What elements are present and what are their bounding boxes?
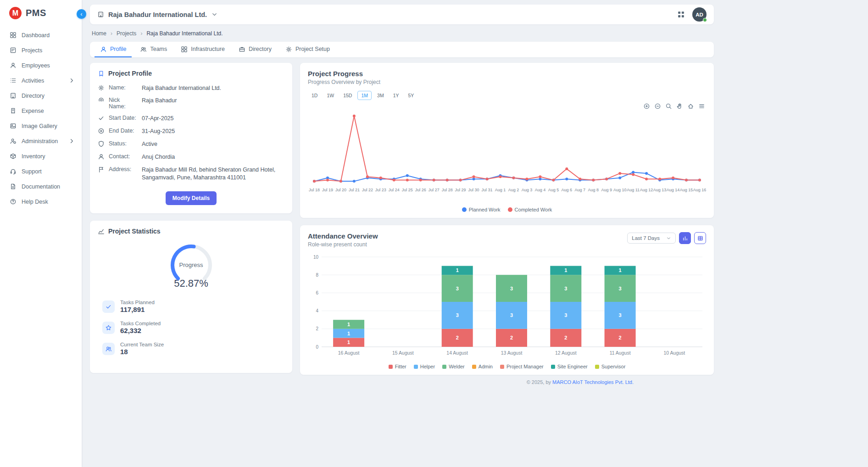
field-value: Raja Bahadur (142, 97, 284, 105)
grid-icon (181, 46, 188, 53)
range-1m-button[interactable]: 1M (357, 91, 372, 100)
user-icon (98, 153, 105, 160)
zoom-selection-icon[interactable] (665, 103, 672, 110)
svg-text:Aug 14: Aug 14 (667, 188, 680, 192)
company-selector[interactable]: Raja Bahadur International Ltd. (97, 11, 218, 18)
legend-item[interactable]: Site Engineer (551, 364, 588, 369)
topbar-actions: AD (677, 7, 707, 22)
field-end-date: End Date: 31-Aug-2025 (98, 125, 284, 138)
chart-title: Project Progress (308, 70, 706, 78)
attendance-controls: Last 7 Days (627, 232, 706, 244)
sidebar-item-expense[interactable]: Expense (0, 103, 82, 118)
sidebar-item-label: Administration (22, 138, 58, 145)
pan-icon[interactable] (676, 103, 683, 110)
line-chart[interactable]: Jul 18Jul 19Jul 20Jul 21Jul 22Jul 23Jul … (308, 102, 706, 206)
sidebar-item-support[interactable]: Support (0, 164, 82, 179)
tab-directory[interactable]: Directory (233, 42, 277, 57)
chevron-right-icon (68, 138, 75, 145)
breadcrumb-projects[interactable]: Projects (117, 30, 136, 37)
stat-tasks-completed: Tasks Completed 62,332 (102, 321, 284, 334)
breadcrumb-home[interactable]: Home (92, 30, 106, 37)
sidebar-item-help-desk[interactable]: Help Desk (0, 194, 82, 209)
legend-item[interactable]: Supervisor (595, 364, 626, 369)
tab-profile[interactable]: Profile (95, 42, 132, 57)
sidebar-item-activities[interactable]: Activities (0, 73, 82, 88)
company-link[interactable]: MARCO AIoT Technologies Pvt. Ltd. (552, 379, 634, 385)
range-5y-button[interactable]: 5Y (404, 91, 417, 100)
modify-details-button[interactable]: Modify Details (166, 191, 217, 205)
svg-text:14 August: 14 August (446, 350, 468, 356)
range-3m-button[interactable]: 3M (373, 91, 388, 100)
sidebar-item-projects[interactable]: Projects (0, 43, 82, 58)
legend-marker (414, 365, 418, 369)
field-start-date: Start Date: 07-Apr-2025 (98, 112, 284, 125)
legend-item[interactable]: Project Manager (500, 364, 544, 369)
online-status-dot (703, 18, 707, 22)
bar-view-toggle[interactable] (679, 232, 691, 244)
app-name: PMS (26, 8, 46, 18)
user-icon (100, 46, 107, 53)
home-icon[interactable] (687, 103, 694, 110)
table-view-toggle[interactable] (694, 232, 706, 244)
field-value: Raja Bahadur International Ltd. (142, 84, 284, 92)
svg-text:Aug 4: Aug 4 (535, 188, 546, 192)
legend-item[interactable]: Planned Work (462, 207, 501, 212)
svg-text:3: 3 (456, 312, 459, 318)
briefcase-icon (239, 46, 245, 53)
tab-teams[interactable]: Teams (134, 42, 172, 57)
stacked-bar-chart[interactable]: 024681011116 August15 August233114 Augus… (308, 253, 706, 363)
legend-item[interactable]: Admin (472, 364, 493, 369)
apps-grid-button[interactable] (677, 11, 685, 18)
sidebar-item-dashboard[interactable]: Dashboard (0, 28, 82, 43)
svg-text:6: 6 (316, 290, 318, 295)
sidebar-item-administration[interactable]: Administration (0, 133, 82, 149)
zoom-in-icon[interactable] (643, 103, 650, 110)
sidebar-item-documentation[interactable]: Documentation (0, 179, 82, 194)
svg-text:Aug 1: Aug 1 (495, 188, 506, 192)
field-status: Status: Active (98, 138, 284, 151)
employees-icon (10, 62, 17, 69)
range-1w-button[interactable]: 1W (323, 91, 338, 100)
svg-text:3: 3 (619, 286, 622, 291)
range-15d-button[interactable]: 15D (339, 91, 356, 100)
legend-marker (462, 207, 467, 212)
field-value: 07-Apr-2025 (142, 115, 284, 122)
legend-item[interactable]: Fitter (389, 364, 406, 369)
avatar[interactable]: AD (692, 7, 707, 22)
table-icon (697, 235, 703, 241)
svg-text:10: 10 (313, 255, 319, 260)
administration-icon (10, 138, 17, 145)
field-nick-name: Nick Name: Raja Bahadur (98, 95, 284, 112)
sidebar-item-directory[interactable]: Directory (0, 88, 82, 103)
fingerprint-icon (98, 97, 105, 104)
range-1y-button[interactable]: 1Y (389, 91, 403, 100)
days-filter-select[interactable]: Last 7 Days (627, 233, 676, 244)
range-1d-button[interactable]: 1D (308, 91, 321, 100)
tab-infrastructure[interactable]: Infrastructure (175, 42, 230, 57)
field-label: Contact: (109, 153, 138, 160)
sidebar-item-employees[interactable]: Employees (0, 58, 82, 73)
app-logo[interactable]: M PMS (0, 0, 82, 28)
line-chart-legend: Planned WorkCompleted Work (308, 207, 706, 212)
menu-icon[interactable] (698, 103, 705, 110)
tabs-bar: Profile Teams Infrastructure Directory P… (90, 42, 714, 57)
tab-project-setup[interactable]: Project Setup (280, 42, 335, 57)
sidebar-item-inventory[interactable]: Inventory (0, 149, 82, 164)
field-name: Name: Raja Bahadur International Ltd. (98, 82, 284, 95)
svg-text:Jul 25: Jul 25 (402, 188, 413, 192)
zoom-out-icon[interactable] (654, 103, 661, 110)
field-label: Address: (109, 166, 138, 172)
tab-label: Project Setup (295, 46, 330, 52)
bar-chart-icon (682, 235, 688, 241)
sidebar-collapse-button[interactable]: ‹ (77, 9, 86, 19)
documentation-icon (10, 183, 17, 190)
svg-text:11 August: 11 August (610, 350, 631, 356)
avatar-initials: AD (696, 12, 703, 17)
legend-item[interactable]: Completed Work (508, 207, 552, 212)
legend-item[interactable]: Helper (414, 364, 435, 369)
chart-subtitle: Progress Overview by Project (308, 79, 706, 85)
sidebar-item-image-gallery[interactable]: Image Gallery (0, 118, 82, 133)
gear-icon (98, 84, 105, 91)
legend-item[interactable]: Welder (442, 364, 465, 369)
legend-marker (389, 365, 393, 369)
